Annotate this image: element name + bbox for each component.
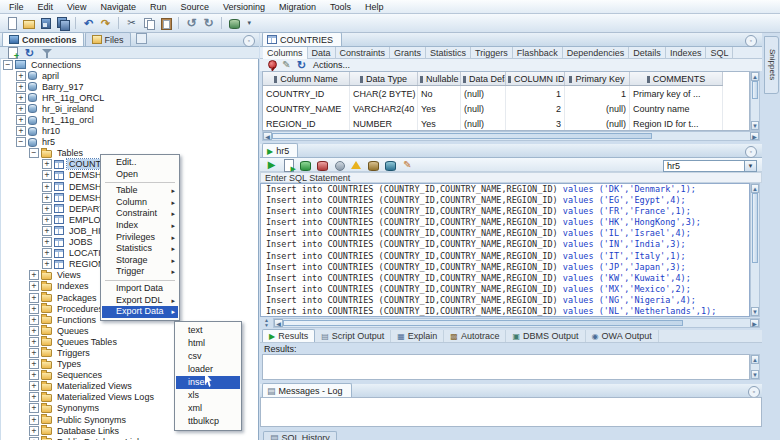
undo-icon[interactable] (81, 16, 96, 30)
run-script-icon[interactable] (281, 158, 296, 172)
collapse-icon[interactable]: − (3, 60, 13, 70)
menu-item-file[interactable]: File (2, 2, 31, 12)
rollback-icon[interactable] (315, 158, 330, 172)
tree-item[interactable]: +hr_9i_ireland (1, 103, 258, 114)
subtab-sql[interactable]: SQL (706, 47, 733, 59)
expand-icon[interactable]: + (29, 348, 39, 358)
save-icon[interactable] (38, 16, 53, 30)
subtab-constraints[interactable]: Constraints (336, 47, 391, 59)
scroll-down-icon[interactable]: ▼ (751, 121, 759, 130)
scroll-up-icon[interactable]: ▲ (751, 184, 759, 193)
subtab-dependencies[interactable]: Dependencies (563, 47, 630, 59)
context-menu-item-table[interactable]: Table▸ (102, 185, 178, 197)
context-menu-item-export-ddl[interactable]: Export DDL▸ (102, 295, 178, 307)
cancel-icon[interactable] (332, 158, 347, 172)
tab-owa-output[interactable]: OWA Output (586, 330, 659, 342)
filter-icon[interactable] (39, 47, 54, 59)
expand-icon[interactable]: + (29, 392, 39, 402)
scroll-right-icon[interactable]: ▶ (750, 132, 759, 140)
context-menu-item-statistics[interactable]: Statistics▸ (102, 243, 178, 255)
connections-drop-icon[interactable] (227, 16, 251, 30)
collapse-icon[interactable]: − (29, 148, 39, 158)
scroll-right-icon[interactable]: ▶ (750, 319, 759, 327)
expand-icon[interactable]: + (16, 82, 26, 92)
open-folder-icon[interactable] (21, 16, 36, 30)
expand-icon[interactable]: + (29, 359, 39, 369)
pin-icon[interactable] (265, 59, 278, 71)
tab-script-output[interactable]: Script Output (315, 330, 391, 342)
expand-icon[interactable]: + (16, 104, 26, 114)
tab-connections[interactable]: Connections (2, 32, 84, 46)
subtab-triggers[interactable]: Triggers (471, 47, 513, 59)
column-header-data-type[interactable]: Data Type (350, 72, 418, 86)
context-menu-item-trigger[interactable]: Trigger▸ (102, 266, 178, 278)
tab-list-icon[interactable]: ◦ (745, 35, 757, 47)
submenu-item-xml[interactable]: xml (176, 402, 240, 415)
chevron-down-icon[interactable]: ▼ (744, 161, 756, 171)
redo-icon[interactable] (98, 16, 113, 30)
expand-icon[interactable]: + (42, 237, 52, 247)
collapse-icon[interactable]: − (16, 137, 26, 147)
expand-icon[interactable]: + (42, 248, 52, 258)
submenu-item-html[interactable]: html (176, 337, 240, 350)
expand-icon[interactable]: + (29, 270, 39, 280)
context-menu-item-open[interactable]: Open (102, 169, 178, 181)
table-row[interactable]: REGION_IDNUMBERYes(null)3(null)Region ID… (263, 116, 723, 131)
commit-icon[interactable] (298, 158, 313, 172)
menu-item-tools[interactable]: Tools (323, 2, 358, 12)
subtab-indexes[interactable]: Indexes (666, 47, 707, 59)
tab-group-icon[interactable] (136, 33, 147, 44)
subtab-details[interactable]: Details (629, 47, 666, 59)
dbms-output-icon[interactable] (383, 158, 398, 172)
context-menu-item-storage[interactable]: Storage▸ (102, 255, 178, 267)
back-icon[interactable] (184, 16, 199, 30)
expand-icon[interactable]: + (29, 326, 39, 336)
editor-horizontal-scrollbar[interactable]: ◀ ▶ (273, 318, 760, 328)
tab-messages-log[interactable]: Messages - Log (262, 383, 352, 397)
expand-icon[interactable]: + (42, 193, 52, 203)
cut-icon[interactable] (124, 16, 139, 30)
context-menu-item-constraint[interactable]: Constraint▸ (102, 208, 178, 220)
context-menu-item-index[interactable]: Index▸ (102, 220, 178, 232)
editor-vertical-scrollbar[interactable]: ▲ ▼ (750, 183, 760, 317)
context-menu-item-edit-[interactable]: Edit.. (102, 157, 178, 169)
splitter-toggle-icon[interactable]: ▲▼ (261, 318, 272, 328)
clear-icon[interactable] (400, 158, 415, 172)
submenu-item-xls[interactable]: xls (176, 389, 240, 402)
expand-icon[interactable]: + (16, 71, 26, 81)
scroll-down-icon[interactable]: ▼ (751, 370, 759, 379)
column-header-nullable[interactable]: Nullable (418, 72, 461, 86)
expand-icon[interactable]: + (42, 259, 52, 269)
expand-icon[interactable]: + (29, 293, 39, 303)
expand-icon[interactable]: + (29, 403, 39, 413)
submenu-item-csv[interactable]: csv (176, 350, 240, 363)
subtab-flashback[interactable]: Flashback (513, 47, 563, 59)
expand-icon[interactable]: + (16, 126, 26, 136)
expand-icon[interactable]: + (29, 304, 39, 314)
tree-item[interactable]: −hr5 (1, 137, 258, 148)
context-menu-item-column[interactable]: Column▸ (102, 197, 178, 209)
forward-icon[interactable] (201, 16, 216, 30)
column-header-column-name[interactable]: Column Name (263, 72, 350, 86)
expand-icon[interactable]: + (29, 315, 39, 325)
connection-dropdown[interactable]: hr5 ▼ (663, 160, 757, 172)
expand-icon[interactable]: + (42, 226, 52, 236)
submenu-item-loader[interactable]: loader (176, 363, 240, 376)
menu-item-run[interactable]: Run (143, 2, 174, 12)
save-all-icon[interactable] (55, 16, 70, 30)
column-header-primary-key[interactable]: Primary Key (565, 72, 630, 86)
refresh-blue-icon[interactable] (22, 47, 37, 59)
context-menu-item-privileges[interactable]: Privileges▸ (102, 232, 178, 244)
tree-item[interactable]: +Barry_917 (1, 81, 258, 92)
table-row[interactable]: COUNTRY_IDCHAR(2 BYTE)No(null)11Primary … (263, 86, 723, 102)
grid-vertical-scrollbar[interactable]: ▲ ▼ (750, 71, 760, 131)
expand-icon[interactable]: + (42, 170, 52, 180)
context-menu-item-import-data[interactable]: Import Data (102, 283, 178, 295)
menu-item-view[interactable]: View (60, 2, 93, 12)
menu-item-navigate[interactable]: Navigate (93, 2, 143, 12)
menu-item-migration[interactable]: Migration (272, 2, 323, 12)
tree-item[interactable]: −Connections (1, 59, 258, 70)
column-header-comments[interactable]: COMMENTS (630, 72, 723, 86)
sql-editor[interactable]: Insert into COUNTRIES (COUNTRY_ID,COUNTR… (260, 183, 750, 317)
expand-icon[interactable]: + (29, 415, 39, 425)
